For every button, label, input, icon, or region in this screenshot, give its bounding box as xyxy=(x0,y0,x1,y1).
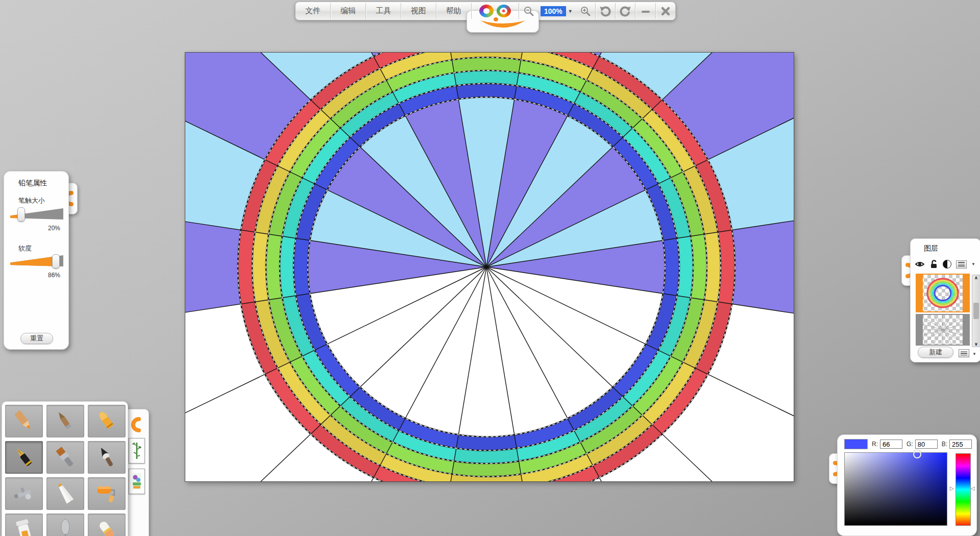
current-color-swatch xyxy=(844,439,868,449)
zoom-dropdown-caret-icon[interactable]: ▼ xyxy=(568,9,573,14)
radial-lines-thumb xyxy=(917,315,969,345)
hue-marker-right-icon[interactable]: ◁ xyxy=(971,486,975,491)
menu-file[interactable]: 文件 xyxy=(296,2,330,20)
sticker-stamp-set-button[interactable] xyxy=(129,469,145,494)
r-input[interactable] xyxy=(880,440,902,449)
layers-panel: 图层 ▼ ∧ ∨ xyxy=(910,238,980,362)
paint-tube-icon xyxy=(53,481,78,506)
scrollbar-thumb[interactable] xyxy=(973,303,979,319)
orange-handle-icon xyxy=(131,417,143,433)
orange-handle-icon xyxy=(903,262,916,279)
tool-flat-brush[interactable] xyxy=(46,441,84,474)
tool-charcoal[interactable] xyxy=(46,405,84,437)
clown-right-eye-icon[interactable] xyxy=(497,5,511,17)
layers-bottom-menu-button[interactable] xyxy=(959,349,969,357)
brush-size-thumb[interactable] xyxy=(17,207,25,222)
rgb-row: R: G: B: xyxy=(844,439,972,449)
roller-icon xyxy=(94,481,119,506)
close-button[interactable] xyxy=(656,2,675,20)
tool-ink-brush[interactable] xyxy=(88,441,126,474)
tool-pencil[interactable] xyxy=(5,405,43,437)
brush-size-value: 20% xyxy=(48,225,60,232)
magnifier-minus-icon xyxy=(523,6,534,17)
undo-arrow-icon xyxy=(599,6,611,17)
airbrush-icon xyxy=(12,481,36,506)
layer-thumbnail-lines[interactable] xyxy=(916,314,970,346)
softness-label: 软度 xyxy=(18,244,32,253)
new-layer-button[interactable]: 新建 xyxy=(918,347,953,358)
undo-button[interactable] xyxy=(596,2,615,20)
flat-brush-icon xyxy=(53,445,78,470)
menu-edit[interactable]: 编辑 xyxy=(331,2,365,20)
saturation-value-square[interactable] xyxy=(844,452,947,526)
softness-value: 86% xyxy=(48,272,60,279)
brush-size-label: 笔触大小 xyxy=(18,196,45,205)
tool-paint-jar[interactable] xyxy=(5,514,43,536)
zoom-in-button[interactable] xyxy=(576,2,595,20)
tool-crayon[interactable] xyxy=(88,405,126,437)
hue-bar[interactable] xyxy=(955,453,971,526)
r-label: R: xyxy=(872,441,878,448)
main-toolbar: 文件 编辑 工具 视图 帮助 100% ▼ xyxy=(295,2,676,20)
menu-view[interactable]: 视图 xyxy=(401,2,436,20)
drawing-canvas[interactable] xyxy=(185,53,794,481)
paint-jar-icon xyxy=(12,518,36,536)
layers-scrollbar[interactable]: ∧ ∨ xyxy=(972,275,980,347)
app-window: { "app": { "accent_orange": "#F59120", "… xyxy=(0,0,980,536)
tool-fountain-pen[interactable] xyxy=(5,441,43,474)
tool-grid xyxy=(5,405,126,536)
tool-eraser[interactable] xyxy=(88,514,126,536)
softness-thumb[interactable] xyxy=(52,254,60,269)
reset-button[interactable]: 重置 xyxy=(20,333,53,344)
sticker-landscape-icon xyxy=(131,471,142,492)
pencil-panel-title: 铅笔属性 xyxy=(18,179,47,188)
scroll-down-icon[interactable]: ∨ xyxy=(974,342,978,347)
opacity-half-moon-icon[interactable] xyxy=(943,260,951,269)
b-label: B: xyxy=(942,441,947,448)
rainbow-wheel-drawing xyxy=(185,53,794,481)
unlock-icon[interactable] xyxy=(929,259,938,269)
bamboo-brush-set-button[interactable] xyxy=(129,438,145,464)
redo-button[interactable] xyxy=(616,2,635,20)
tool-paint-tube[interactable] xyxy=(46,477,84,510)
g-label: G: xyxy=(906,441,913,448)
fountain-pen-icon xyxy=(12,445,36,470)
layers-panel-title: 图层 xyxy=(924,244,938,253)
layer-menu-button[interactable] xyxy=(956,260,967,269)
menu-help[interactable]: 帮助 xyxy=(436,2,471,20)
tool-airbrush[interactable] xyxy=(5,477,43,510)
b-input[interactable] xyxy=(949,440,972,449)
palette-knife-icon xyxy=(53,518,78,536)
rainbow-rings-thumb xyxy=(917,275,969,311)
eraser-icon xyxy=(94,518,119,536)
sv-marker-icon[interactable] xyxy=(913,450,921,458)
magnifier-plus-icon xyxy=(580,6,591,17)
tool-palette-panel xyxy=(2,401,128,536)
scroll-up-icon[interactable]: ∧ xyxy=(974,275,978,280)
close-x-icon xyxy=(660,6,671,16)
softness-fill xyxy=(10,255,56,266)
clown-smile-icon xyxy=(478,19,527,31)
menu-tools[interactable]: 工具 xyxy=(366,2,401,20)
bamboo-painting-icon xyxy=(131,441,142,461)
crayon-icon xyxy=(94,409,119,433)
layer-menu-caret-icon[interactable]: ▼ xyxy=(971,262,975,266)
layer-thumbnail-rainbow[interactable] xyxy=(916,274,970,312)
g-input[interactable] xyxy=(915,440,938,449)
zoom-level-display[interactable]: 100% xyxy=(541,6,566,16)
tool-palette-knife[interactable] xyxy=(46,514,84,536)
zoom-out-button[interactable] xyxy=(519,2,538,20)
hue-marker-left-icon[interactable]: ▷ xyxy=(950,486,954,491)
layers-bottom-menu-caret-icon[interactable]: ▼ xyxy=(972,352,976,356)
clown-face-buttons xyxy=(472,2,519,20)
ink-brush-icon xyxy=(94,445,119,470)
tool-palette-handle[interactable] xyxy=(125,409,149,536)
orange-handle-icon xyxy=(831,460,843,477)
clown-left-eye-icon[interactable] xyxy=(479,5,494,17)
layer-controls: ▼ xyxy=(915,259,975,269)
minimize-button[interactable] xyxy=(635,2,655,20)
color-picker-panel: R: G: B: ▷ ◁ xyxy=(837,434,977,536)
pencil-properties-panel: 铅笔属性 笔触大小 20% 软度 86% 重置 xyxy=(4,171,69,350)
tool-roller[interactable] xyxy=(88,477,126,510)
visibility-eye-icon[interactable] xyxy=(915,260,925,268)
